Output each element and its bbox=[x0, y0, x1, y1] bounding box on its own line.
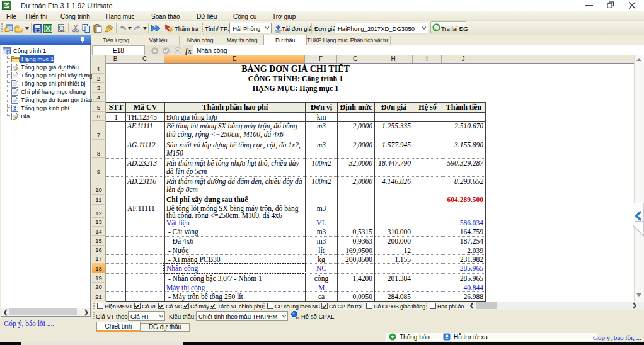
svg-text:α: α bbox=[296, 314, 299, 320]
